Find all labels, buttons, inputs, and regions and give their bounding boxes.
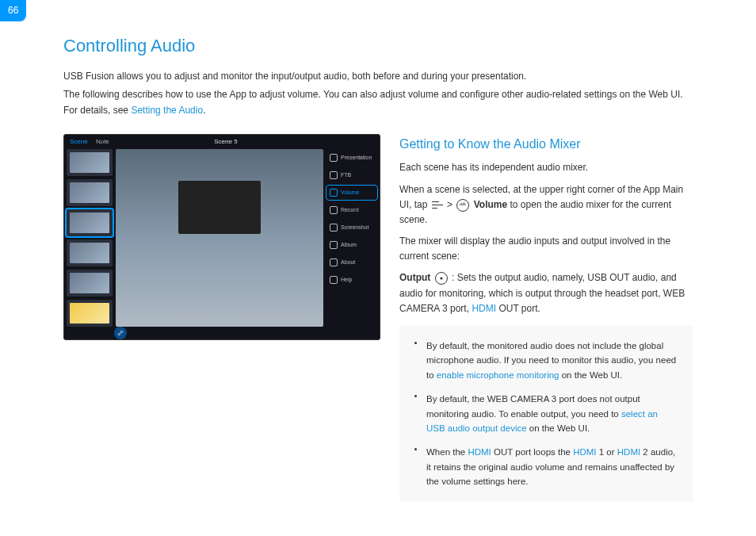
ss-thumb	[67, 179, 113, 206]
section-p4: Output : Sets the output audio, namely, …	[399, 270, 693, 316]
ftb-icon	[330, 171, 338, 179]
section-heading: Getting to Know the Audio Mixer	[399, 134, 693, 155]
about-icon	[330, 258, 338, 266]
svg-line-2	[120, 332, 121, 334]
intro-line-1: USB Fusion allows you to adjust and moni…	[63, 69, 693, 84]
ss-thumb	[67, 149, 113, 176]
hdmi-link[interactable]: HDMI	[468, 447, 491, 457]
section-p1: Each scene has its independent audio mix…	[399, 160, 693, 175]
ss-side-ftb: FTB	[326, 168, 377, 182]
page-content: Controlling Audio USB Fusion allows you …	[0, 0, 756, 502]
ss-thumb-selected	[67, 209, 113, 236]
ss-side-record: Record	[326, 203, 377, 217]
ss-side-presentation: Presentation	[326, 151, 377, 165]
ss-tab-scene: Scene	[70, 138, 88, 145]
hdmi-link[interactable]: HDMI	[472, 303, 496, 314]
note-item-2: By default, the WEB CAMERA 3 port does n…	[422, 392, 677, 435]
ss-thumb-column	[67, 149, 113, 327]
ss-footer-button	[114, 327, 127, 339]
ss-tab-note: Note	[96, 138, 109, 145]
hdmi-link[interactable]: HDMI	[617, 447, 640, 457]
volume-icon	[330, 189, 338, 197]
ss-side-menu: Presentation FTB Volume Record Screensho…	[326, 149, 377, 327]
svg-point-3	[440, 278, 442, 280]
section-p2: When a scene is selected, at the upper r…	[399, 182, 693, 228]
note-item-1: By default, the monitored audio does not…	[422, 339, 677, 382]
screenshot-icon	[330, 224, 338, 232]
notes-box: By default, the monitored audio does not…	[399, 326, 693, 502]
help-icon	[330, 276, 338, 284]
intro-line-2b: .	[203, 105, 205, 116]
output-target-icon	[435, 272, 448, 285]
intro-line-2: The following describes how to use the A…	[63, 87, 693, 117]
ss-side-album: Album	[326, 238, 377, 252]
volume-mixer-icon	[456, 199, 469, 212]
ss-side-about: About	[326, 255, 377, 270]
volume-label: Volume	[474, 199, 507, 210]
enable-mic-monitoring-link[interactable]: enable microphone monitoring	[437, 370, 559, 380]
ss-side-screenshot: Screenshot	[326, 220, 377, 235]
hdmi-link[interactable]: HDMI	[573, 447, 596, 457]
album-icon	[330, 241, 338, 249]
intro-block: USB Fusion allows you to adjust and moni…	[63, 69, 693, 118]
page-number-badge: 66	[0, 0, 26, 21]
ss-title: Scene 5	[109, 137, 342, 147]
presentation-icon	[330, 154, 338, 162]
menu-icon	[432, 201, 443, 209]
note-item-3: When the HDMI OUT port loops the HDMI 1 …	[422, 445, 677, 488]
link-icon	[117, 330, 124, 336]
output-label: Output	[399, 272, 430, 283]
ss-side-help: Help	[326, 273, 377, 287]
page-title: Controlling Audio	[63, 32, 693, 59]
app-screenshot: Scene Note Scene 5	[63, 134, 380, 340]
ss-side-volume: Volume	[326, 186, 377, 200]
ss-thumb	[67, 239, 113, 266]
setting-audio-link[interactable]: Setting the Audio	[131, 105, 203, 116]
ss-thumb	[67, 270, 113, 297]
record-icon	[330, 206, 338, 214]
ss-main-view	[116, 149, 323, 327]
section-p3: The mixer will display the audio inputs …	[399, 234, 693, 264]
ss-thumb	[67, 300, 113, 327]
